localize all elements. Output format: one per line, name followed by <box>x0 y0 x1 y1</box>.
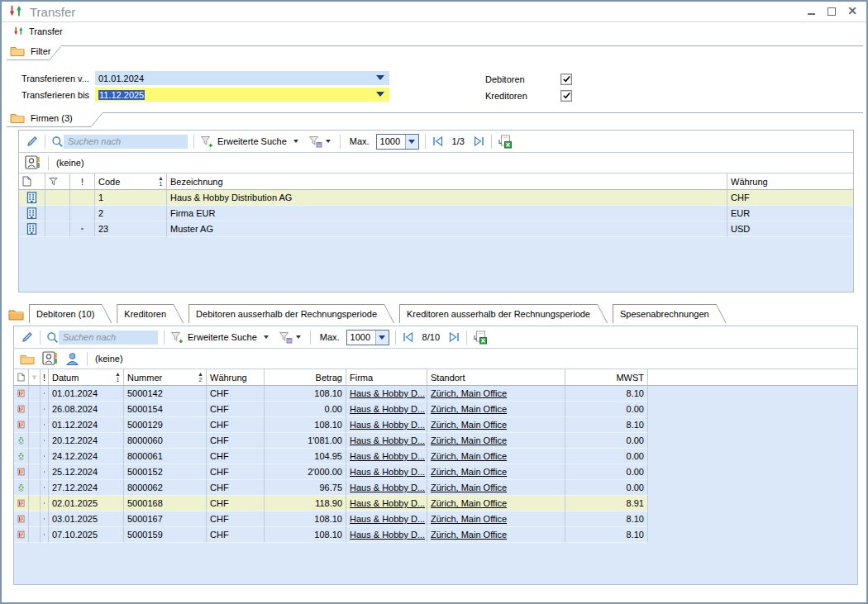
column-header-waehrung[interactable]: Währung <box>727 174 853 190</box>
firma-link[interactable]: Haus & Hobby D... <box>350 514 425 524</box>
export-excel-icon[interactable] <box>473 331 488 345</box>
column-header-waehrung[interactable]: Währung <box>207 369 265 386</box>
first-page-icon[interactable] <box>432 136 444 147</box>
cell-bezeichnung: Haus & Hobby Distribution AG <box>167 190 727 206</box>
column-header-alert[interactable]: ! <box>70 174 95 190</box>
firmen-row[interactable]: 1Haus & Hobby Distribution AGCHF <box>19 190 853 206</box>
column-header-doc-icon[interactable] <box>19 174 45 190</box>
firma-link[interactable]: Haus & Hobby D... <box>350 451 425 461</box>
row-flag-cell <box>29 527 41 543</box>
next-page-icon[interactable] <box>448 331 460 343</box>
firma-link[interactable]: Haus & Hobby D... <box>350 498 425 508</box>
debitoren-row[interactable]: 01.01.20245000142CHF108.10Haus & Hobby D… <box>14 386 857 402</box>
user-icon[interactable] <box>65 352 79 366</box>
standort-link[interactable]: Zürich, Main Office <box>431 404 507 414</box>
tab-kreditoren-ausserhalb-der-rechnungsperiode[interactable]: Kreditoren ausserhalb der Rechnungsperio… <box>399 304 608 323</box>
debitoren-row[interactable]: 26.08.20245000154CHF0.00Haus & Hobby D..… <box>14 402 857 417</box>
firmen-row[interactable]: 2Firma EUREUR <box>19 206 853 221</box>
cell-datum: 01.12.2024 <box>49 417 124 433</box>
column-header-filter-icon[interactable] <box>29 369 41 386</box>
export-excel-icon[interactable] <box>498 135 513 149</box>
column-header-mwst[interactable]: MWST <box>565 369 648 386</box>
column-header-nummer[interactable]: Nummer▲2 <box>124 369 207 386</box>
advanced-search-filter-icon[interactable] <box>200 135 214 148</box>
tab-spesenabrechnungen[interactable]: Spesenabrechnungen <box>613 304 727 323</box>
group-by-person-icon[interactable] <box>42 351 58 366</box>
max-combo[interactable]: 1000 <box>346 330 389 345</box>
debitoren-checkbox[interactable] <box>560 74 572 85</box>
column-header-filter-icon[interactable] <box>45 174 70 190</box>
saved-filter-icon[interactable] <box>279 331 293 344</box>
debitoren-row[interactable]: 25.12.20245000152CHF2'000.00Haus & Hobby… <box>14 464 857 480</box>
firmen-row[interactable]: 23Muster AGUSD <box>19 221 853 237</box>
edit-icon[interactable] <box>26 135 39 148</box>
firma-link[interactable]: Haus & Hobby D... <box>350 530 425 540</box>
search-icon[interactable] <box>46 331 59 344</box>
debitoren-row[interactable]: 03.01.20255000167CHF108.10Haus & Hobby D… <box>14 511 857 527</box>
search-icon[interactable] <box>51 136 64 148</box>
column-header-standort[interactable]: Standort <box>427 369 565 386</box>
saved-filter-caret-icon[interactable] <box>326 140 331 143</box>
tab-debitoren[interactable]: Debitoren (10) <box>29 304 112 323</box>
advanced-search-caret-icon[interactable] <box>293 140 298 143</box>
column-header-betrag[interactable]: Betrag <box>265 369 346 386</box>
group-by-folder-icon[interactable] <box>20 353 35 364</box>
column-header-bezeichnung[interactable]: Bezeichnung <box>167 174 727 190</box>
cell-firma: Haus & Hobby D... <box>346 511 427 527</box>
firma-link[interactable]: Haus & Hobby D... <box>350 420 425 430</box>
standort-link[interactable]: Zürich, Main Office <box>431 435 507 445</box>
max-combo[interactable]: 1000 <box>376 134 419 150</box>
max-label: Max. <box>320 332 340 342</box>
firma-link[interactable]: Haus & Hobby D... <box>350 467 425 477</box>
saved-filter-icon[interactable] <box>308 135 322 148</box>
group-by-person-icon[interactable] <box>25 155 41 170</box>
cell-waehrung: CHF <box>207 511 265 527</box>
standort-link[interactable]: Zürich, Main Office <box>431 420 507 430</box>
close-button[interactable]: ✕ <box>847 5 858 17</box>
next-page-icon[interactable] <box>473 136 485 147</box>
debitoren-row[interactable]: 27.12.20248000062CHF96.75Haus & Hobby D.… <box>14 480 857 496</box>
cell-betrag: 108.10 <box>265 417 346 433</box>
column-header-datum[interactable]: Datum▲1 <box>49 369 124 386</box>
saved-filter-caret-icon[interactable] <box>296 335 301 339</box>
column-header-firma[interactable]: Firma <box>346 369 427 386</box>
firma-link[interactable]: Haus & Hobby D... <box>350 435 425 445</box>
column-header-doc-icon[interactable] <box>14 369 29 386</box>
debitoren-row[interactable]: 02.01.20255000168CHF118.90Haus & Hobby D… <box>14 496 857 511</box>
first-page-icon[interactable] <box>402 331 414 343</box>
advanced-search-label[interactable]: Erweiterte Suche <box>217 136 287 146</box>
firma-link[interactable]: Haus & Hobby D... <box>350 404 425 414</box>
standort-link[interactable]: Zürich, Main Office <box>431 514 507 524</box>
debitoren-row[interactable]: 01.12.20245000129CHF108.10Haus & Hobby D… <box>14 417 857 433</box>
cell-waehrung: CHF <box>207 386 265 402</box>
advanced-search-label[interactable]: Erweiterte Suche <box>188 332 257 342</box>
advanced-search-filter-icon[interactable] <box>170 331 184 344</box>
tab-debitoren-ausserhalb-der-rechnungsperiode[interactable]: Debitoren ausserhalb der Rechnungsperiod… <box>188 304 394 323</box>
standort-link[interactable]: Zürich, Main Office <box>431 530 507 540</box>
alert-dot <box>44 455 45 458</box>
edit-icon[interactable] <box>21 331 34 344</box>
advanced-search-caret-icon[interactable] <box>264 335 269 339</box>
debitoren-row[interactable]: 20.12.20248000060CHF1'081.00Haus & Hobby… <box>14 433 857 449</box>
firma-link[interactable]: Haus & Hobby D... <box>350 388 425 398</box>
maximize-button[interactable] <box>826 5 837 17</box>
minimize-button[interactable] <box>805 5 817 17</box>
cell-code: 1 <box>95 190 167 206</box>
tab-kreditoren[interactable]: Kreditoren <box>117 304 184 323</box>
standort-link[interactable]: Zürich, Main Office <box>431 483 507 492</box>
search-input[interactable] <box>59 331 158 345</box>
debitoren-row[interactable]: 24.12.20248000061CHF104.95Haus & Hobby D… <box>14 449 857 464</box>
column-header-code[interactable]: Code▲1 <box>95 174 167 190</box>
cell-nummer: 5000129 <box>124 417 207 433</box>
max-combo-dropdown-icon[interactable] <box>375 331 389 345</box>
search-input[interactable] <box>64 135 188 149</box>
kreditoren-checkbox[interactable] <box>560 90 572 102</box>
firma-link[interactable]: Haus & Hobby D... <box>350 483 425 492</box>
column-header-alert[interactable]: ! <box>41 369 49 386</box>
standort-link[interactable]: Zürich, Main Office <box>431 451 507 461</box>
standort-link[interactable]: Zürich, Main Office <box>431 498 507 508</box>
standort-link[interactable]: Zürich, Main Office <box>431 467 507 477</box>
standort-link[interactable]: Zürich, Main Office <box>431 388 507 398</box>
debitoren-row[interactable]: 07.10.20255000159CHF108.10Haus & Hobby D… <box>14 527 857 543</box>
max-combo-dropdown-icon[interactable] <box>405 135 418 149</box>
